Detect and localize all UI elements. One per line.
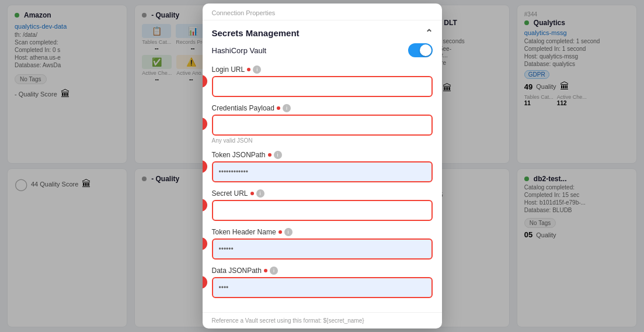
token-header-label-text: Token Header Name	[212, 228, 276, 236]
hashicorp-toggle[interactable]	[408, 43, 433, 57]
field-wrapper-secret-url: 4 Secret URL i	[212, 189, 433, 221]
field-group-secret-url: Secret URL i	[212, 189, 433, 221]
field-label-data-jsonpath: Data JSONPath i	[212, 267, 433, 275]
field-wrapper-data-jsonpath: 6 Data JSONPath i	[212, 267, 433, 298]
step-badge-6: 6	[203, 276, 207, 289]
credentials-payload-input[interactable]	[212, 115, 433, 136]
required-dot-2	[277, 106, 280, 110]
connection-properties-label: Connection Properties	[212, 9, 276, 16]
token-header-input[interactable]	[212, 238, 433, 260]
field-wrapper-token-header: 5 Token Header Name i	[212, 228, 433, 260]
required-dot-5	[279, 230, 282, 234]
field-wrapper-token-jsonpath: 3 Token JSONPath i	[212, 151, 433, 182]
secret-url-label-text: Secret URL	[212, 189, 248, 198]
credentials-hint: Any valid JSON	[212, 137, 433, 144]
field-label-credentials: Credentials Payload i	[212, 104, 433, 112]
collapse-icon[interactable]: ⌃	[425, 27, 433, 39]
info-icon-1[interactable]: i	[253, 65, 261, 74]
data-jsonpath-label-text: Data JSONPath	[212, 267, 262, 275]
info-icon-6[interactable]: i	[270, 267, 278, 275]
login-url-label-text: Login URL	[212, 65, 245, 74]
hashicorp-label: HashiCorp Vault	[212, 46, 267, 55]
token-jsonpath-input[interactable]	[212, 161, 433, 182]
step-badge-1: 1	[203, 75, 207, 88]
step-badge-5: 5	[203, 237, 207, 250]
modal-footer: Reference a Vault secret using this form…	[203, 312, 442, 328]
footer-hint: Reference a Vault secret using this form…	[212, 317, 364, 324]
required-dot-6	[264, 269, 267, 272]
credentials-label-text: Credentials Payload	[212, 104, 274, 112]
step-badge-3: 3	[203, 160, 207, 173]
required-dot-3	[268, 153, 271, 157]
step-badge-4: 4	[203, 199, 207, 212]
field-group-data-jsonpath: Data JSONPath i	[212, 267, 433, 298]
info-icon-2[interactable]: i	[283, 104, 291, 112]
secret-url-input[interactable]	[212, 200, 433, 221]
field-label-secret-url: Secret URL i	[212, 189, 433, 198]
info-icon-4[interactable]: i	[256, 189, 264, 198]
hashicorp-toggle-row: HashiCorp Vault	[212, 43, 433, 57]
data-jsonpath-input[interactable]	[212, 277, 433, 298]
required-dot-4	[250, 192, 254, 195]
info-icon-5[interactable]: i	[284, 228, 293, 236]
field-group-token-header: Token Header Name i	[212, 228, 433, 260]
login-url-input[interactable]	[212, 76, 433, 97]
secrets-management-modal: Connection Properties Secrets Management…	[203, 4, 442, 328]
info-icon-3[interactable]: i	[274, 151, 282, 159]
field-label-token-header: Token Header Name i	[212, 228, 433, 236]
field-wrapper-login-url: 1 Login URL i	[212, 65, 433, 97]
modal-section-title: Secrets Management	[212, 28, 300, 38]
modal-header: Connection Properties	[203, 4, 442, 20]
field-group-token-jsonpath: Token JSONPath i	[212, 151, 433, 182]
field-group-login-url: Login URL i	[212, 65, 433, 97]
token-jsonpath-label-text: Token JSONPath	[212, 151, 266, 159]
modal-body: HashiCorp Vault 1 Login URL i 2 Credenti…	[203, 43, 442, 312]
field-label-login-url: Login URL i	[212, 65, 433, 74]
field-group-credentials: Credentials Payload i Any valid JSON	[212, 104, 433, 144]
field-wrapper-credentials: 2 Credentials Payload i Any valid JSON	[212, 104, 433, 144]
modal-section-title-bar: Secrets Management ⌃	[203, 20, 442, 43]
required-dot-1	[247, 68, 250, 71]
step-badge-2: 2	[203, 117, 207, 130]
field-label-token-jsonpath: Token JSONPath i	[212, 151, 433, 159]
